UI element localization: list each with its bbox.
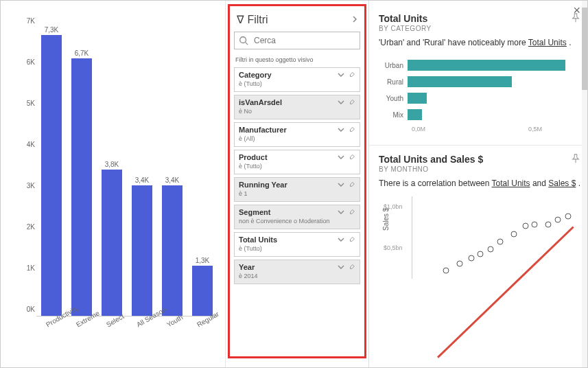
eraser-icon[interactable] [349,263,355,271]
chevron-down-icon[interactable] [338,126,344,134]
y-tick: $1,0bn [384,203,403,210]
bar[interactable]: 6,7K [71,49,93,316]
bar[interactable]: 3,8K [101,161,123,316]
scatter-point[interactable] [523,223,529,229]
eraser-icon[interactable] [349,153,355,161]
chevron-down-icon[interactable] [338,264,344,271]
viz-title: Total Units [379,13,582,24]
hbar-label: Rural [380,78,408,86]
filter-name: Running Year [239,181,287,189]
eraser-icon[interactable] [349,208,355,216]
chevron-down-icon[interactable] [338,236,344,244]
viz-total-units-sales[interactable]: Total Units and Sales $ BY MONTHNO There… [379,154,582,279]
eraser-icon[interactable] [349,235,355,244]
viz-subtitle: BY CATEGORY [379,25,582,32]
scatter-point[interactable] [531,221,537,227]
bar[interactable]: 3,4K [161,176,183,316]
scatter-point[interactable] [511,231,517,238]
hbar-row[interactable]: Rural [380,76,582,87]
bar-value-label: 3,4K [135,176,150,184]
y-tick: 7K [27,17,35,25]
svg-point-0 [240,37,246,43]
chevron-down-icon[interactable] [338,99,344,106]
scatter-point[interactable] [469,255,475,262]
filter-name: Total Units [239,235,277,244]
chevron-down-icon[interactable] [338,71,344,79]
chevron-down-icon[interactable] [338,181,344,189]
filter-card[interactable]: Categoryè (Tutto) [234,67,360,92]
hbar [408,93,427,104]
hbar-label: Urban [380,62,408,69]
y-axis: 0K1K2K3K4K5K6K7K [14,28,35,317]
pin-icon[interactable] [571,154,580,165]
viz-description: There is a correlation between Total Uni… [379,179,582,188]
filters-header[interactable]: ∇ Filtri [234,10,360,32]
bar[interactable]: 7,3K [40,26,62,316]
scatter-point[interactable] [487,246,493,252]
hbar [408,76,512,87]
search-input-wrapper[interactable] [234,32,360,49]
chevron-down-icon[interactable] [338,154,344,161]
x-tick: 0,5M [528,126,542,133]
scrollbar-track[interactable] [582,1,587,367]
eraser-icon[interactable] [349,98,355,106]
bar-value-label: 7,3K [45,26,59,34]
filter-name: Product [239,153,268,161]
filter-name: Year [239,263,255,271]
scatter-point[interactable] [555,216,561,222]
scrollbar-thumb[interactable] [582,8,587,90]
y-tick: 0K [27,306,35,313]
filter-desc: non è Convenience o Moderation [239,218,355,225]
scatter-point[interactable] [457,261,463,267]
y-tick: 1K [27,264,35,272]
bar-value-label: 3,4K [165,176,180,184]
chevron-right-icon[interactable] [352,15,357,25]
hbar-row[interactable]: Urban [380,60,582,71]
eraser-icon[interactable] [349,181,355,189]
viz-subtitle: BY MONTHNO [379,165,582,173]
filter-card[interactable]: isVanArsdelè No [234,95,360,119]
viz-total-units-by-category[interactable]: Total Units BY CATEGORY 'Urban' and 'Rur… [379,13,582,133]
bar-value-label: 6,7K [75,49,89,57]
filter-cards-list: Categoryè (Tutto)isVanArsdelè NoManufact… [234,67,360,284]
scatter-point[interactable] [565,213,572,219]
bar-value-label: 3,8K [105,161,119,168]
bar[interactable]: 1,3K [191,257,213,316]
scatter-point[interactable] [497,239,504,245]
insights-panel: × Total Units BY CATEGORY 'Urban' and 'R… [368,1,587,367]
filter-card[interactable]: Yearè 2014 [234,260,360,284]
hbar-row[interactable]: Mix [380,109,582,120]
hbar [408,109,422,120]
filter-name: Segment [239,208,270,216]
filter-card[interactable]: Productè (Tutto) [234,150,360,174]
eraser-icon[interactable] [349,126,355,134]
filter-name: isVanArsdel [239,98,282,106]
eraser-icon[interactable] [349,71,355,79]
pin-icon[interactable] [571,13,580,25]
y-tick: 3K [27,182,35,189]
scatter-point[interactable] [545,221,551,227]
search-input[interactable] [252,35,355,46]
filter-card[interactable]: Segmentnon è Convenience o Moderation [234,205,360,229]
hbar-label: Youth [380,95,408,102]
filter-card[interactable]: Manufacturerè (All) [234,122,360,147]
scatter-point[interactable] [477,251,483,257]
filter-name: Manufacturer [239,126,287,134]
scatter-point[interactable] [443,268,449,274]
svg-line-2 [438,227,574,357]
y-tick: 2K [27,223,35,231]
filter-card[interactable]: Running Yearè 1 [234,177,360,202]
x-axis-labels: ProductivityExtremeSelectAll SeasonYouth… [36,319,215,344]
search-icon [239,36,248,45]
hbar [408,60,565,71]
bar-chart[interactable]: 0K1K2K3K4K5K6K7K 7,3K6,7K3,8K3,4K3,4K1,3… [8,14,218,344]
chevron-down-icon[interactable] [338,209,344,216]
filter-card[interactable]: Total Unitsè (Tutto) [234,232,360,257]
y-tick: 5K [27,100,35,107]
bar[interactable]: 3,4K [131,176,153,316]
hbar-row[interactable]: Youth [380,93,582,104]
viz-title: Total Units and Sales $ [379,154,582,165]
filter-desc: è (Tutto) [239,163,355,170]
y-axis-label: Sales $ [382,208,390,231]
main-bar-chart-panel: 0K1K2K3K4K5K6K7K 7,3K6,7K3,8K3,4K3,4K1,3… [1,1,226,367]
